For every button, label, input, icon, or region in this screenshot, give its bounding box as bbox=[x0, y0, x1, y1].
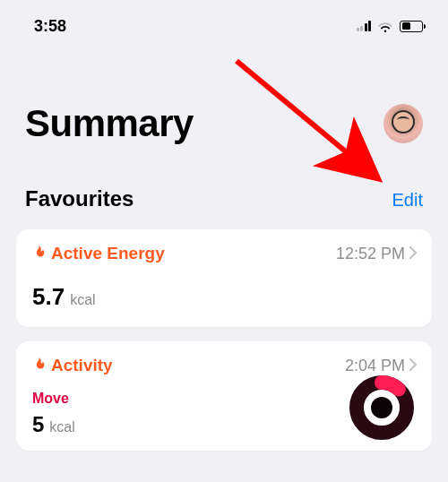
activity-ring bbox=[349, 375, 414, 440]
active-energy-value: 5.7 kcal bbox=[32, 283, 96, 311]
status-time: 3:58 bbox=[34, 17, 66, 36]
metric-unit: kcal bbox=[49, 419, 74, 435]
wifi-icon bbox=[377, 20, 393, 32]
metric-unit: kcal bbox=[70, 292, 95, 308]
metric-number: 5.7 bbox=[32, 283, 65, 311]
card-title-activity: Activity bbox=[32, 356, 113, 375]
card-header: Activity 2:04 PM bbox=[32, 356, 418, 375]
card-active-energy[interactable]: Active Energy 12:52 PM 5.7 kcal bbox=[16, 229, 432, 327]
card-timestamp-area: 2:04 PM bbox=[345, 357, 418, 375]
activity-metrics: Move 5 kcal bbox=[32, 378, 75, 437]
favourites-title: Favourites bbox=[25, 186, 134, 211]
activity-value: 5 kcal bbox=[32, 412, 75, 437]
battery-icon bbox=[400, 21, 423, 32]
move-label: Move bbox=[32, 391, 75, 407]
card-timestamp: 12:52 PM bbox=[336, 245, 405, 263]
profile-avatar[interactable] bbox=[383, 104, 423, 143]
chevron-right-icon bbox=[409, 245, 418, 263]
card-body: 5.7 kcal bbox=[32, 283, 418, 311]
status-bar: 3:58 bbox=[0, 0, 448, 39]
metric-number: 5 bbox=[32, 412, 44, 437]
flame-icon bbox=[32, 357, 46, 374]
chevron-right-icon bbox=[409, 357, 418, 374]
card-title-active-energy: Active Energy bbox=[32, 244, 165, 263]
status-indicators bbox=[357, 20, 424, 32]
page-title: Summary bbox=[25, 102, 194, 145]
card-header: Active Energy 12:52 PM bbox=[32, 244, 418, 263]
page-header: Summary bbox=[0, 39, 448, 145]
card-body: Move 5 kcal bbox=[32, 375, 418, 440]
card-timestamp: 2:04 PM bbox=[345, 357, 405, 375]
flame-icon bbox=[32, 245, 46, 262]
card-title-label: Activity bbox=[51, 356, 113, 375]
card-activity[interactable]: Activity 2:04 PM Move 5 kcal bbox=[16, 341, 432, 451]
card-title-label: Active Energy bbox=[51, 244, 165, 263]
edit-button[interactable]: Edit bbox=[392, 190, 423, 211]
cellular-signal-icon bbox=[357, 21, 372, 31]
card-timestamp-area: 12:52 PM bbox=[336, 245, 418, 263]
favourites-header: Favourites Edit bbox=[0, 145, 448, 220]
svg-point-1 bbox=[371, 397, 392, 418]
